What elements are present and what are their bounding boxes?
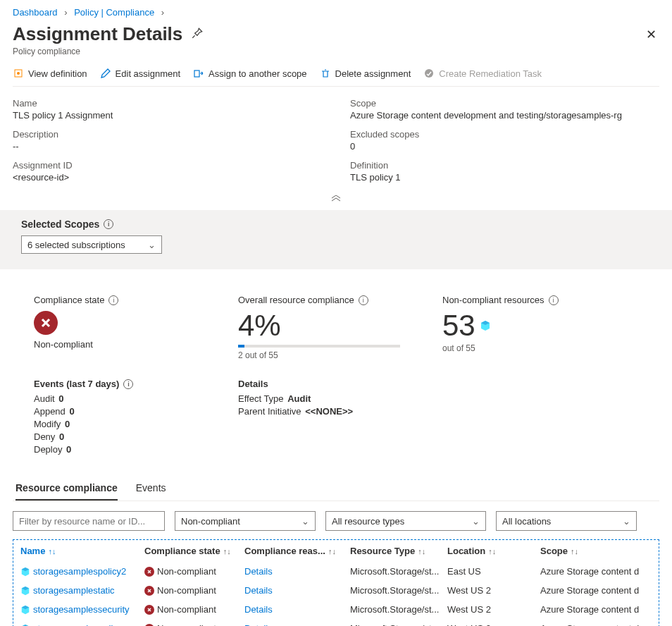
selected-scopes-value: 6 selected subscriptions: [27, 240, 125, 250]
events-header: Events (last 7 days): [34, 379, 119, 389]
overall-compliance-percent: 4%: [238, 311, 407, 340]
details-link[interactable]: Details: [244, 604, 273, 615]
view-definition-button[interactable]: View definition: [13, 68, 87, 79]
event-row: Deny 0: [34, 431, 203, 442]
details-link[interactable]: Details: [244, 585, 273, 596]
parent-initiative-label: Parent Initiative: [238, 406, 301, 417]
noncompliant-icon: [144, 624, 154, 627]
effect-type-value: Audit: [287, 393, 311, 404]
parent-initiative-value: <<NONE>>: [305, 406, 353, 417]
event-value: 0: [66, 444, 71, 455]
delete-assignment-button[interactable]: Delete assignment: [320, 68, 411, 79]
sort-icon: ↑↓: [328, 547, 336, 556]
details-link[interactable]: Details: [244, 623, 273, 626]
create-remediation-label: Create Remediation Task: [439, 68, 542, 79]
sort-icon: ↑↓: [488, 547, 496, 556]
info-icon[interactable]: i: [104, 219, 113, 229]
noncompliant-icon: [144, 567, 154, 577]
row-location: West US 2: [447, 604, 540, 615]
resource-name-link[interactable]: storagesamplespolicy2: [33, 566, 126, 577]
row-type: Microsoft.Storage/st...: [350, 604, 447, 615]
filter-locations[interactable]: All locations ⌄: [496, 511, 637, 531]
resource-icon: [20, 624, 30, 627]
excluded-scopes-value: 0: [350, 141, 659, 152]
close-icon[interactable]: ✕: [646, 27, 657, 42]
info-icon[interactable]: i: [359, 295, 368, 305]
breadcrumb-dashboard[interactable]: Dashboard: [13, 7, 58, 18]
effect-type-label: Effect Type: [238, 393, 284, 404]
collapse-icon: [330, 195, 342, 202]
tab-resource-compliance[interactable]: Resource compliance: [15, 482, 118, 501]
info-icon[interactable]: i: [108, 295, 118, 305]
excluded-scopes-label: Excluded scopes: [350, 129, 659, 140]
svg-point-2: [17, 72, 20, 75]
scope-label: Scope: [350, 98, 659, 109]
table-row[interactable]: storagesamplespolicy2Non-compliantDetail…: [13, 562, 659, 581]
resource-name-link[interactable]: storagesamplestatic: [33, 585, 115, 596]
row-state: Non-compliant: [157, 604, 216, 615]
column-compliance-reason[interactable]: Compliance reas...↑↓: [244, 546, 350, 556]
row-state: Non-compliant: [157, 566, 216, 577]
column-compliance-state[interactable]: Compliance state↑↓: [144, 546, 244, 556]
chevron-right-icon: ›: [64, 7, 67, 18]
filter-search[interactable]: [13, 511, 165, 531]
chevron-down-icon: ⌄: [148, 240, 156, 250]
details-header: Details: [238, 379, 353, 389]
resource-icon: [20, 567, 30, 577]
collapse-toggle[interactable]: [13, 194, 659, 204]
event-row: Deploy 0: [34, 444, 203, 455]
scope-value: Azure Storage content development and te…: [350, 110, 659, 121]
info-icon[interactable]: i: [549, 295, 559, 305]
column-name[interactable]: Name↑↓: [20, 546, 144, 556]
assignment-id-label: Assignment ID: [13, 160, 322, 171]
definition-icon: [13, 68, 24, 79]
table-row[interactable]: storagesamplesrgdiag...Non-compliantDeta…: [13, 619, 659, 626]
edit-assignment-button[interactable]: Edit assignment: [100, 68, 181, 79]
column-resource-type[interactable]: Resource Type↑↓: [350, 546, 447, 556]
column-scope[interactable]: Scope↑↓: [540, 546, 652, 556]
column-location[interactable]: Location↑↓: [447, 546, 540, 556]
row-state: Non-compliant: [157, 585, 216, 596]
filter-compliance-state[interactable]: Non-compliant ⌄: [175, 511, 316, 531]
overall-compliance-text: 2 out of 55: [238, 350, 407, 360]
filter-state-value: Non-compliant: [181, 516, 240, 527]
selected-scopes-dropdown[interactable]: 6 selected subscriptions ⌄: [21, 235, 162, 254]
filter-types-value: All resource types: [332, 516, 404, 527]
noncompliant-status-icon: [34, 311, 58, 335]
resource-name-link[interactable]: storagesamplessecurity: [33, 604, 130, 615]
breadcrumb-policy-compliance[interactable]: Policy | Compliance: [74, 7, 154, 18]
pin-icon[interactable]: [191, 27, 204, 42]
event-label: Deny: [34, 431, 55, 442]
remediation-icon: [423, 68, 435, 79]
name-label: Name: [13, 98, 322, 109]
assign-scope-button[interactable]: Assign to another scope: [193, 68, 306, 79]
page-subtitle: Policy compliance: [13, 47, 659, 56]
filter-resource-types[interactable]: All resource types ⌄: [325, 511, 486, 531]
assign-scope-label: Assign to another scope: [209, 68, 306, 79]
event-label: Modify: [34, 419, 61, 429]
name-value: TLS policy 1 Assignment: [13, 110, 322, 121]
table-row[interactable]: storagesamplestaticNon-compliantDetailsM…: [13, 581, 659, 600]
tab-events[interactable]: Events: [136, 482, 166, 501]
description-label: Description: [13, 129, 322, 140]
sort-icon: ↑↓: [48, 547, 56, 556]
sort-icon: ↑↓: [571, 547, 578, 556]
row-scope: Azure Storage content d: [540, 604, 652, 615]
definition-label: Definition: [350, 160, 659, 171]
description-value: --: [13, 141, 322, 152]
info-icon[interactable]: i: [123, 379, 133, 389]
event-label: Append: [34, 406, 66, 417]
assignment-id-value: <resource-id>: [13, 172, 322, 183]
details-link[interactable]: Details: [244, 566, 273, 577]
row-state: Non-compliant: [157, 623, 216, 626]
definition-value: TLS policy 1: [350, 172, 659, 183]
create-remediation-button: Create Remediation Task: [423, 68, 542, 79]
event-value: 0: [65, 419, 70, 429]
compliance-state-header: Compliance state: [34, 295, 104, 305]
event-row: Audit 0: [34, 393, 203, 404]
assign-scope-icon: [193, 68, 204, 79]
table-row[interactable]: storagesamplessecurityNon-compliantDetai…: [13, 600, 659, 619]
filter-search-input[interactable]: [19, 516, 158, 527]
resource-name-link[interactable]: storagesamplesrgdiag...: [33, 623, 131, 626]
row-location: West US 2: [447, 585, 540, 596]
